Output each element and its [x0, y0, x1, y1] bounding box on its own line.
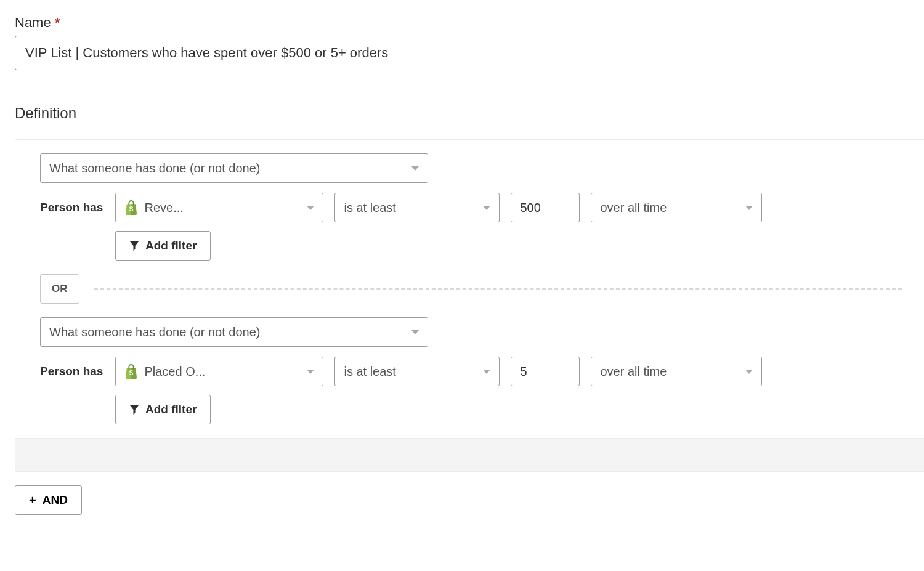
chevron-down-icon: [745, 206, 753, 210]
and-label: AND: [43, 493, 68, 507]
operator-value: is at least: [344, 201, 395, 215]
person-has-label: Person has: [40, 201, 103, 214]
metric-select[interactable]: Reve...: [115, 193, 323, 222]
condition-group: What someone has done (or not done) Pers…: [15, 304, 924, 438]
name-label: Name *: [15, 15, 924, 31]
timeframe-value: over all time: [600, 365, 667, 379]
operator-select[interactable]: is at least: [334, 193, 500, 222]
plus-icon: +: [29, 494, 36, 506]
chevron-down-icon: [411, 166, 419, 171]
condition-type-select[interactable]: What someone has done (or not done): [40, 153, 428, 183]
condition-type-value: What someone has done (or not done): [49, 161, 260, 176]
add-filter-button[interactable]: Add filter: [115, 231, 211, 261]
metric-value: Placed O...: [144, 365, 205, 379]
value-input[interactable]: [511, 193, 580, 222]
chevron-down-icon: [745, 370, 753, 374]
definition-footer-strip: [15, 438, 924, 471]
metric-value: Reve...: [144, 201, 183, 215]
required-indicator: *: [55, 15, 60, 31]
chevron-down-icon: [411, 330, 419, 334]
metric-select[interactable]: Placed O...: [115, 357, 323, 386]
add-filter-label: Add filter: [145, 239, 197, 253]
chevron-down-icon: [307, 370, 314, 374]
name-input[interactable]: [15, 36, 924, 70]
condition-type-select[interactable]: What someone has done (or not done): [40, 317, 428, 347]
condition-type-value: What someone has done (or not done): [49, 325, 260, 339]
condition-group: What someone has done (or not done) Pers…: [15, 140, 924, 274]
person-has-label: Person has: [40, 365, 103, 378]
chevron-down-icon: [483, 370, 490, 374]
chevron-down-icon: [307, 206, 314, 210]
definition-heading: Definition: [15, 105, 924, 122]
definition-block: What someone has done (or not done) Pers…: [15, 139, 924, 472]
or-dashed-line: [94, 288, 902, 290]
operator-value: is at least: [344, 365, 395, 379]
operator-select[interactable]: is at least: [334, 357, 500, 386]
name-label-text: Name: [15, 15, 51, 31]
timeframe-value: over all time: [600, 201, 667, 215]
filter-icon: [129, 405, 139, 415]
timeframe-select[interactable]: over all time: [591, 357, 762, 386]
shopify-bag-icon: [124, 200, 138, 215]
filter-icon: [129, 241, 139, 251]
or-pill[interactable]: OR: [40, 274, 79, 304]
add-filter-button[interactable]: Add filter: [115, 395, 211, 424]
add-and-button[interactable]: + AND: [15, 485, 82, 515]
value-input[interactable]: [511, 357, 580, 386]
or-separator: OR: [15, 274, 924, 304]
chevron-down-icon: [483, 206, 490, 210]
add-filter-label: Add filter: [145, 403, 197, 416]
shopify-bag-icon: [124, 364, 138, 379]
timeframe-select[interactable]: over all time: [591, 193, 762, 222]
